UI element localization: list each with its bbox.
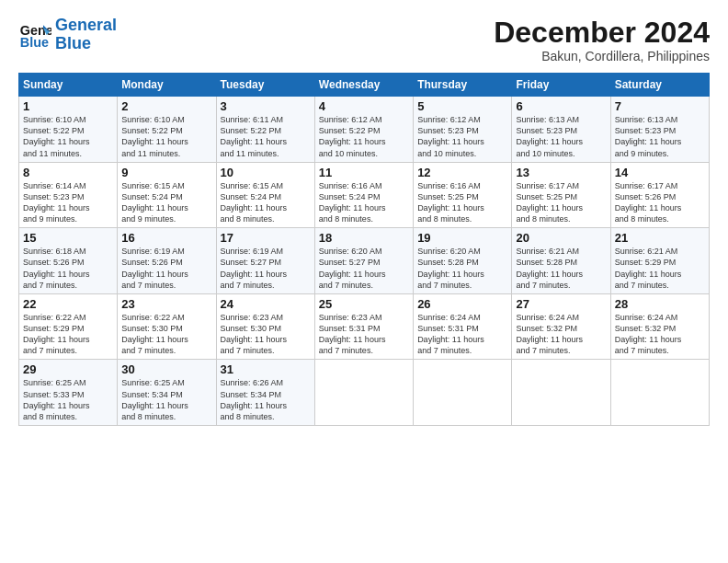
day-info: Sunrise: 6:12 AMSunset: 5:22 PMDaylight:… bbox=[319, 114, 409, 159]
day-info: Sunrise: 6:17 AMSunset: 5:26 PMDaylight:… bbox=[615, 180, 705, 225]
day-cell-18: 18Sunrise: 6:20 AMSunset: 5:27 PMDayligh… bbox=[314, 228, 413, 294]
col-header-saturday: Saturday bbox=[610, 74, 709, 97]
day-cell-29: 29Sunrise: 6:25 AMSunset: 5:33 PMDayligh… bbox=[19, 360, 118, 426]
day-cell-23: 23Sunrise: 6:22 AMSunset: 5:30 PMDayligh… bbox=[118, 293, 216, 360]
day-cell-2: 2Sunrise: 6:10 AMSunset: 5:22 PMDaylight… bbox=[118, 97, 216, 163]
day-info: Sunrise: 6:15 AMSunset: 5:24 PMDaylight:… bbox=[221, 180, 311, 225]
day-cell-1: 1Sunrise: 6:10 AMSunset: 5:22 PMDaylight… bbox=[19, 97, 118, 163]
day-number: 1 bbox=[23, 99, 113, 113]
col-header-tuesday: Tuesday bbox=[216, 74, 314, 97]
day-info: Sunrise: 6:19 AMSunset: 5:26 PMDaylight:… bbox=[121, 246, 211, 291]
day-info: Sunrise: 6:24 AMSunset: 5:32 PMDaylight:… bbox=[516, 312, 606, 357]
day-number: 27 bbox=[516, 297, 606, 311]
col-header-monday: Monday bbox=[118, 74, 216, 97]
day-cell-7: 7Sunrise: 6:13 AMSunset: 5:23 PMDaylight… bbox=[610, 97, 709, 163]
day-cell-20: 20Sunrise: 6:21 AMSunset: 5:28 PMDayligh… bbox=[512, 228, 610, 294]
day-number: 25 bbox=[319, 297, 409, 311]
day-cell-30: 30Sunrise: 6:25 AMSunset: 5:34 PMDayligh… bbox=[118, 360, 216, 426]
day-info: Sunrise: 6:16 AMSunset: 5:25 PMDaylight:… bbox=[417, 180, 507, 225]
day-info: Sunrise: 6:11 AMSunset: 5:22 PMDaylight:… bbox=[221, 114, 311, 159]
day-number: 22 bbox=[23, 297, 113, 311]
day-number: 18 bbox=[319, 231, 409, 245]
day-info: Sunrise: 6:22 AMSunset: 5:30 PMDaylight:… bbox=[121, 312, 211, 357]
day-info: Sunrise: 6:10 AMSunset: 5:22 PMDaylight:… bbox=[23, 114, 113, 159]
logo-icon: General Blue bbox=[18, 18, 51, 52]
day-info: Sunrise: 6:10 AMSunset: 5:22 PMDaylight:… bbox=[121, 114, 211, 159]
week-row-1: 1Sunrise: 6:10 AMSunset: 5:22 PMDaylight… bbox=[19, 97, 710, 163]
day-cell-16: 16Sunrise: 6:19 AMSunset: 5:26 PMDayligh… bbox=[118, 228, 216, 294]
day-cell-3: 3Sunrise: 6:11 AMSunset: 5:22 PMDaylight… bbox=[216, 97, 314, 163]
day-info: Sunrise: 6:25 AMSunset: 5:34 PMDaylight:… bbox=[121, 377, 211, 422]
day-cell-28: 28Sunrise: 6:24 AMSunset: 5:32 PMDayligh… bbox=[610, 293, 709, 360]
day-number: 13 bbox=[516, 166, 606, 179]
day-number: 5 bbox=[417, 99, 507, 113]
day-cell-17: 17Sunrise: 6:19 AMSunset: 5:27 PMDayligh… bbox=[216, 228, 314, 294]
day-cell-9: 9Sunrise: 6:15 AMSunset: 5:24 PMDaylight… bbox=[118, 162, 216, 228]
day-number: 14 bbox=[615, 166, 705, 179]
logo: General Blue General Blue bbox=[18, 17, 117, 53]
day-cell-15: 15Sunrise: 6:18 AMSunset: 5:26 PMDayligh… bbox=[19, 228, 118, 294]
col-header-wednesday: Wednesday bbox=[314, 74, 413, 97]
day-cell-10: 10Sunrise: 6:15 AMSunset: 5:24 PMDayligh… bbox=[216, 162, 314, 228]
day-number: 6 bbox=[516, 99, 606, 113]
day-cell-21: 21Sunrise: 6:21 AMSunset: 5:29 PMDayligh… bbox=[610, 228, 709, 294]
day-number: 23 bbox=[121, 297, 211, 311]
day-number: 26 bbox=[417, 297, 507, 311]
day-number: 9 bbox=[121, 166, 211, 179]
day-number: 7 bbox=[615, 99, 705, 113]
main-title: December 2024 bbox=[494, 17, 710, 49]
day-info: Sunrise: 6:25 AMSunset: 5:33 PMDaylight:… bbox=[23, 377, 113, 422]
day-number: 31 bbox=[221, 362, 311, 376]
day-number: 10 bbox=[221, 166, 311, 179]
day-cell-24: 24Sunrise: 6:23 AMSunset: 5:30 PMDayligh… bbox=[216, 293, 314, 360]
svg-text:Blue: Blue bbox=[20, 34, 49, 49]
subtitle: Bakun, Cordillera, Philippines bbox=[494, 49, 710, 63]
logo-text: General Blue bbox=[55, 17, 117, 53]
day-info: Sunrise: 6:18 AMSunset: 5:26 PMDaylight:… bbox=[23, 246, 113, 291]
day-info: Sunrise: 6:21 AMSunset: 5:29 PMDaylight:… bbox=[615, 246, 705, 291]
week-row-4: 22Sunrise: 6:22 AMSunset: 5:29 PMDayligh… bbox=[19, 293, 710, 360]
day-info: Sunrise: 6:12 AMSunset: 5:23 PMDaylight:… bbox=[417, 114, 507, 159]
day-number: 17 bbox=[221, 231, 311, 245]
day-info: Sunrise: 6:20 AMSunset: 5:28 PMDaylight:… bbox=[417, 246, 507, 291]
col-header-friday: Friday bbox=[512, 74, 610, 97]
day-info: Sunrise: 6:17 AMSunset: 5:25 PMDaylight:… bbox=[516, 180, 606, 225]
day-number: 11 bbox=[319, 166, 409, 179]
day-number: 12 bbox=[417, 166, 507, 179]
day-cell-25: 25Sunrise: 6:23 AMSunset: 5:31 PMDayligh… bbox=[314, 293, 413, 360]
empty-cell bbox=[512, 360, 610, 426]
title-block: December 2024 Bakun, Cordillera, Philipp… bbox=[494, 17, 710, 63]
empty-cell bbox=[414, 360, 512, 426]
day-number: 28 bbox=[615, 297, 705, 311]
day-info: Sunrise: 6:24 AMSunset: 5:32 PMDaylight:… bbox=[615, 312, 705, 357]
day-cell-19: 19Sunrise: 6:20 AMSunset: 5:28 PMDayligh… bbox=[414, 228, 512, 294]
day-number: 21 bbox=[615, 231, 705, 245]
day-number: 3 bbox=[221, 99, 311, 113]
day-number: 8 bbox=[23, 166, 113, 179]
day-number: 19 bbox=[417, 231, 507, 245]
day-cell-31: 31Sunrise: 6:26 AMSunset: 5:34 PMDayligh… bbox=[216, 360, 314, 426]
day-cell-11: 11Sunrise: 6:16 AMSunset: 5:24 PMDayligh… bbox=[314, 162, 413, 228]
empty-cell bbox=[610, 360, 709, 426]
day-info: Sunrise: 6:21 AMSunset: 5:28 PMDaylight:… bbox=[516, 246, 606, 291]
day-cell-5: 5Sunrise: 6:12 AMSunset: 5:23 PMDaylight… bbox=[414, 97, 512, 163]
day-cell-27: 27Sunrise: 6:24 AMSunset: 5:32 PMDayligh… bbox=[512, 293, 610, 360]
day-info: Sunrise: 6:22 AMSunset: 5:29 PMDaylight:… bbox=[23, 312, 113, 357]
day-number: 15 bbox=[23, 231, 113, 245]
day-info: Sunrise: 6:16 AMSunset: 5:24 PMDaylight:… bbox=[319, 180, 409, 225]
day-number: 16 bbox=[121, 231, 211, 245]
empty-cell bbox=[314, 360, 413, 426]
day-info: Sunrise: 6:26 AMSunset: 5:34 PMDaylight:… bbox=[221, 377, 311, 422]
week-row-2: 8Sunrise: 6:14 AMSunset: 5:23 PMDaylight… bbox=[19, 162, 710, 228]
day-info: Sunrise: 6:23 AMSunset: 5:30 PMDaylight:… bbox=[221, 312, 311, 357]
day-info: Sunrise: 6:15 AMSunset: 5:24 PMDaylight:… bbox=[121, 180, 211, 225]
day-cell-26: 26Sunrise: 6:24 AMSunset: 5:31 PMDayligh… bbox=[414, 293, 512, 360]
day-cell-14: 14Sunrise: 6:17 AMSunset: 5:26 PMDayligh… bbox=[610, 162, 709, 228]
day-number: 29 bbox=[23, 362, 113, 376]
day-number: 20 bbox=[516, 231, 606, 245]
day-number: 24 bbox=[221, 297, 311, 311]
day-cell-6: 6Sunrise: 6:13 AMSunset: 5:23 PMDaylight… bbox=[512, 97, 610, 163]
day-cell-22: 22Sunrise: 6:22 AMSunset: 5:29 PMDayligh… bbox=[19, 293, 118, 360]
day-cell-8: 8Sunrise: 6:14 AMSunset: 5:23 PMDaylight… bbox=[19, 162, 118, 228]
day-info: Sunrise: 6:20 AMSunset: 5:27 PMDaylight:… bbox=[319, 246, 409, 291]
